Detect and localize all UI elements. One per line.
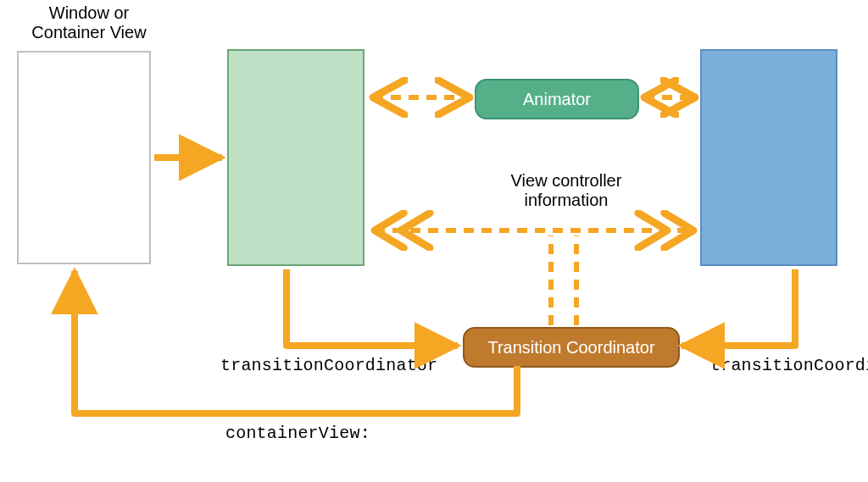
coordinator-label: Transition Coordinator bbox=[487, 338, 654, 357]
tc-left-label: transitionCoordinator bbox=[220, 356, 466, 375]
animator-pill: Animator bbox=[475, 79, 639, 119]
window-title: Window or Container View bbox=[17, 3, 161, 42]
animator-label: Animator bbox=[523, 90, 591, 109]
window-box bbox=[17, 51, 151, 264]
container-view-label: containerView: bbox=[225, 424, 412, 443]
arrow-blue-to-coord bbox=[682, 269, 795, 346]
coordinator-pill: Transition Coordinator bbox=[463, 327, 680, 368]
blue-vc-box bbox=[700, 49, 837, 266]
vc-info-label: View controller information bbox=[465, 171, 668, 210]
arrow-green-to-coord bbox=[287, 269, 458, 346]
tc-right-label: transitionCoordinator bbox=[710, 356, 868, 375]
arrow-coord-to-window bbox=[75, 271, 517, 413]
diagram-stage: Window or Container View Animator Transi… bbox=[0, 0, 868, 482]
green-vc-box bbox=[227, 49, 364, 266]
